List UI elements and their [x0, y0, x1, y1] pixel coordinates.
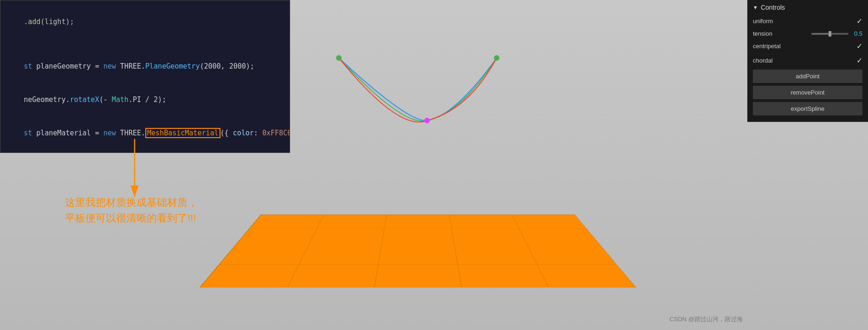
chordal-label: chordal	[753, 57, 773, 64]
export-spline-button[interactable]: exportSpline	[753, 102, 862, 115]
code-line-3: st planeGeometry = new THREE.PlaneGeomet…	[7, 50, 283, 83]
code-panel: .add(light); st planeGeometry = new THRE…	[0, 0, 290, 153]
uniform-checkbox[interactable]: ✓	[856, 17, 862, 25]
controls-title: Controls	[761, 4, 785, 11]
code-line-1: .add(light);	[7, 5, 283, 38]
tension-label: tension	[753, 30, 772, 37]
annotation-arrow	[121, 139, 149, 204]
chordal-checkbox[interactable]: ✓	[856, 56, 862, 65]
tension-slider[interactable]	[811, 33, 849, 35]
controls-row-centripetal: centripetal ✓	[753, 41, 862, 51]
annotation-line1: 这里我把材质换成基础材质，	[65, 195, 198, 210]
tension-slider-thumb	[829, 31, 831, 37]
watermark: CSDN @踏过山河，路过海	[669, 315, 743, 324]
code-line-4: neGeometry.rotateX(- Math.PI / 2);	[7, 83, 283, 116]
chevron-down-icon: ▼	[753, 5, 758, 10]
svg-point-0	[336, 55, 342, 61]
tension-value: 0.5	[851, 30, 862, 37]
annotation-text: 这里我把材质换成基础材质， 平板便可以很清晰的看到了!!!	[65, 195, 198, 226]
centripetal-checkbox[interactable]: ✓	[856, 42, 862, 51]
tension-slider-container: 0.5	[811, 30, 862, 37]
svg-point-2	[424, 118, 430, 123]
controls-row-uniform: uniform ✓	[753, 16, 862, 26]
remove-point-button[interactable]: removePoint	[753, 86, 862, 99]
uniform-label: uniform	[753, 18, 773, 25]
plane-grid	[200, 215, 635, 287]
annotation-line2: 平板便可以很清晰的看到了!!!	[65, 210, 198, 226]
controls-row-chordal: chordal ✓	[753, 55, 862, 66]
controls-panel: ▼ Controls uniform ✓ tension 0.5 centrip…	[747, 0, 868, 122]
tension-slider-fill	[811, 33, 830, 35]
add-point-button[interactable]: addPoint	[753, 70, 862, 83]
controls-row-tension: tension 0.5	[753, 30, 862, 37]
svg-point-1	[494, 55, 499, 61]
centripetal-label: centripetal	[753, 43, 781, 50]
watermark-text: CSDN @踏过山河，路过海	[669, 316, 743, 323]
3d-plane	[200, 215, 636, 287]
spline-curves	[325, 44, 511, 137]
code-line-2	[7, 38, 283, 50]
controls-header: ▼ Controls	[753, 4, 862, 11]
